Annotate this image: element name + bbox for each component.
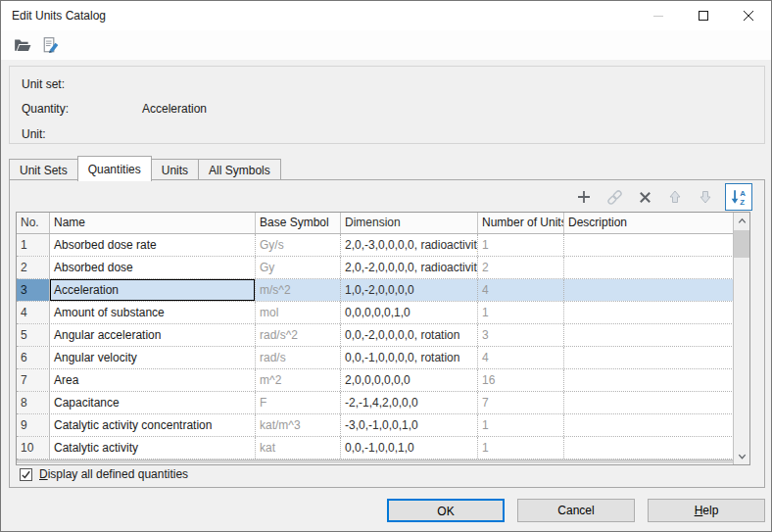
- display-all-quantities-option[interactable]: Display all defined quantities: [20, 467, 188, 481]
- cell-description[interactable]: [564, 302, 733, 323]
- cell-no[interactable]: 8: [17, 392, 50, 413]
- column-header-description[interactable]: Description: [564, 213, 733, 233]
- cell-number-of-units[interactable]: 4: [478, 347, 564, 368]
- scroll-up-button[interactable]: [734, 213, 749, 229]
- help-button[interactable]: Help: [648, 499, 765, 522]
- scroll-down-button[interactable]: [734, 448, 749, 464]
- cell-number-of-units[interactable]: 1: [478, 437, 564, 459]
- cell-number-of-units[interactable]: 1: [478, 414, 564, 436]
- column-header-no[interactable]: No.: [17, 213, 50, 233]
- x-cross-icon: [638, 190, 652, 205]
- table-row[interactable]: 2Absorbed doseGy2,0,-2,0,0,0,0, radioact…: [17, 257, 749, 279]
- horizontal-scrollbar[interactable]: [17, 459, 733, 463]
- cell-dimension[interactable]: 2,0,0,0,0,0,0: [341, 369, 478, 391]
- cell-number-of-units[interactable]: 4: [478, 279, 564, 301]
- cell-dimension[interactable]: 0,0,0,0,0,1,0: [341, 302, 478, 323]
- cell-number-of-units[interactable]: 3: [478, 324, 564, 346]
- add-quantity-button[interactable]: [573, 186, 595, 208]
- cell-dimension[interactable]: 0,0,-1,0,0,0,0, rotation: [341, 347, 478, 368]
- column-header-base-symbol[interactable]: Base Symbol: [256, 213, 341, 233]
- cell-base-symbol[interactable]: rad/s: [256, 347, 341, 368]
- cell-base-symbol[interactable]: Gy/s: [256, 234, 341, 256]
- cell-name[interactable]: Catalytic activity concentration: [50, 414, 256, 436]
- table-row[interactable]: 3Accelerationm/s^21,0,-2,0,0,0,04: [17, 279, 749, 302]
- cell-dimension[interactable]: 1,0,-2,0,0,0,0: [341, 279, 478, 301]
- cell-number-of-units[interactable]: 7: [478, 392, 564, 413]
- cell-number-of-units[interactable]: 2: [478, 257, 564, 278]
- table-body: 1Absorbed dose rateGy/s2,0,-3,0,0,0,0, r…: [17, 234, 749, 459]
- table-row[interactable]: 4Amount of substancemol0,0,0,0,0,1,01: [17, 302, 749, 324]
- table-row[interactable]: 9Catalytic activity concentrationkat/m^3…: [17, 414, 749, 437]
- column-header-name[interactable]: Name: [50, 213, 256, 233]
- cell-dimension[interactable]: -2,-1,4,2,0,0,0: [341, 392, 478, 413]
- table-row[interactable]: 8CapacitanceF-2,-1,4,2,0,0,07: [17, 392, 749, 414]
- cell-name[interactable]: Absorbed dose: [50, 257, 256, 278]
- cell-base-symbol[interactable]: mol: [256, 302, 341, 323]
- cell-name[interactable]: Catalytic activity: [50, 437, 256, 459]
- cell-no[interactable]: 9: [17, 414, 50, 436]
- cell-no[interactable]: 7: [17, 369, 50, 391]
- cell-base-symbol[interactable]: m/s^2: [256, 279, 341, 301]
- cell-base-symbol[interactable]: Gy: [256, 257, 341, 278]
- tab-units[interactable]: Units: [152, 159, 199, 180]
- cell-no[interactable]: 6: [17, 347, 50, 368]
- display-all-quantities-checkbox[interactable]: [20, 468, 32, 481]
- cell-name[interactable]: Angular acceleration: [50, 324, 256, 346]
- table-row[interactable]: 5Angular accelerationrad/s^20,0,-2,0,0,0…: [17, 324, 749, 347]
- cell-base-symbol[interactable]: F: [256, 392, 341, 413]
- cell-no[interactable]: 4: [17, 302, 50, 323]
- cell-base-symbol[interactable]: kat/m^3: [256, 414, 341, 436]
- cell-no[interactable]: 10: [17, 437, 50, 459]
- cell-no[interactable]: 2: [17, 257, 50, 278]
- cell-number-of-units[interactable]: 1: [478, 234, 564, 256]
- cell-no[interactable]: 3: [17, 279, 50, 301]
- cell-description[interactable]: [564, 392, 733, 413]
- cell-description[interactable]: [564, 257, 733, 278]
- cell-no[interactable]: 1: [17, 234, 50, 256]
- ok-button[interactable]: OK: [387, 499, 505, 522]
- cell-dimension[interactable]: -3,0,-1,0,0,1,0: [341, 414, 478, 436]
- table-row[interactable]: 1Absorbed dose rateGy/s2,0,-3,0,0,0,0, r…: [17, 234, 749, 257]
- cell-description[interactable]: [564, 414, 733, 436]
- table-row[interactable]: 10Catalytic activitykat0,0,-1,0,0,1,01: [17, 437, 749, 459]
- cell-base-symbol[interactable]: kat: [256, 437, 341, 459]
- cell-number-of-units[interactable]: 1: [478, 302, 564, 323]
- tab-unit-sets[interactable]: Unit Sets: [9, 159, 78, 180]
- maximize-button[interactable]: [681, 1, 726, 30]
- cell-base-symbol[interactable]: m^2: [256, 369, 341, 391]
- cell-name[interactable]: Angular velocity: [50, 347, 256, 368]
- open-catalog-button[interactable]: [13, 35, 32, 55]
- cell-description[interactable]: [564, 347, 733, 368]
- cell-description[interactable]: [564, 279, 733, 301]
- scrollbar-thumb[interactable]: [734, 230, 749, 258]
- cell-description[interactable]: [564, 234, 733, 256]
- tab-all-symbols[interactable]: All Symbols: [199, 159, 281, 180]
- cancel-button[interactable]: Cancel: [517, 499, 635, 522]
- cell-description[interactable]: [564, 369, 733, 391]
- edit-catalog-button[interactable]: [41, 35, 61, 55]
- cell-dimension[interactable]: 0,0,-2,0,0,0,0, rotation: [341, 324, 478, 346]
- table-row[interactable]: 7Aream^22,0,0,0,0,0,016: [17, 369, 749, 392]
- cell-dimension[interactable]: 2,0,-3,0,0,0,0, radioactivity: [341, 234, 478, 256]
- cell-name[interactable]: Absorbed dose rate: [50, 234, 256, 256]
- cell-no[interactable]: 5: [17, 324, 50, 346]
- column-header-number-of-units[interactable]: Number of Units: [478, 213, 564, 233]
- column-header-dimension[interactable]: Dimension: [341, 213, 478, 233]
- cell-number-of-units[interactable]: 16: [478, 369, 564, 391]
- cell-description[interactable]: [564, 437, 733, 459]
- cell-name[interactable]: Capacitance: [50, 392, 256, 413]
- cell-dimension[interactable]: 0,0,-1,0,0,1,0: [341, 437, 478, 459]
- tab-quantities[interactable]: Quantities: [77, 156, 152, 181]
- cell-dimension[interactable]: 2,0,-2,0,0,0,0, radioactivity: [341, 257, 478, 278]
- delete-quantity-button[interactable]: [634, 186, 655, 208]
- sort-alphabetical-button[interactable]: A Z: [725, 183, 752, 211]
- svg-text:Z: Z: [740, 198, 745, 206]
- table-row[interactable]: 6Angular velocityrad/s0,0,-1,0,0,0,0, ro…: [17, 347, 749, 369]
- vertical-scrollbar[interactable]: [733, 213, 749, 464]
- cell-name[interactable]: Area: [50, 369, 256, 391]
- cell-base-symbol[interactable]: rad/s^2: [256, 324, 341, 346]
- cell-description[interactable]: [564, 324, 733, 346]
- cell-name[interactable]: Acceleration: [50, 279, 256, 301]
- close-button[interactable]: [726, 1, 771, 30]
- cell-name[interactable]: Amount of substance: [50, 302, 256, 323]
